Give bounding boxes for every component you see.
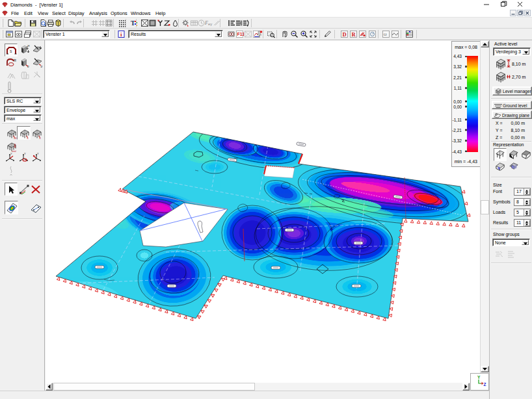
svg-text:F: F — [14, 143, 16, 146]
svg-text:S: S — [10, 49, 12, 53]
svg-text:Z: Z — [484, 382, 486, 387]
svg-text:σ: σ — [41, 65, 43, 68]
svg-text:σ: σ — [27, 65, 29, 68]
svg-text:R: R — [14, 58, 16, 62]
svg-text:S: S — [39, 136, 41, 140]
svg-text:D: D — [343, 31, 347, 38]
svg-text:S: S — [27, 136, 29, 140]
svg-text:H: H — [28, 44, 30, 47]
svg-text:SE: SE — [14, 136, 17, 140]
svg-text:T: T — [131, 19, 135, 27]
svg-text:Y: Y — [477, 375, 481, 380]
svg-text:Y: Y — [24, 152, 26, 155]
svg-text:Y: Y — [10, 152, 12, 155]
svg-text:ω: ω — [384, 31, 387, 37]
svg-text:Y: Y — [37, 152, 39, 155]
svg-text:R: R — [352, 31, 356, 38]
svg-text:F11: F11 — [237, 32, 245, 36]
